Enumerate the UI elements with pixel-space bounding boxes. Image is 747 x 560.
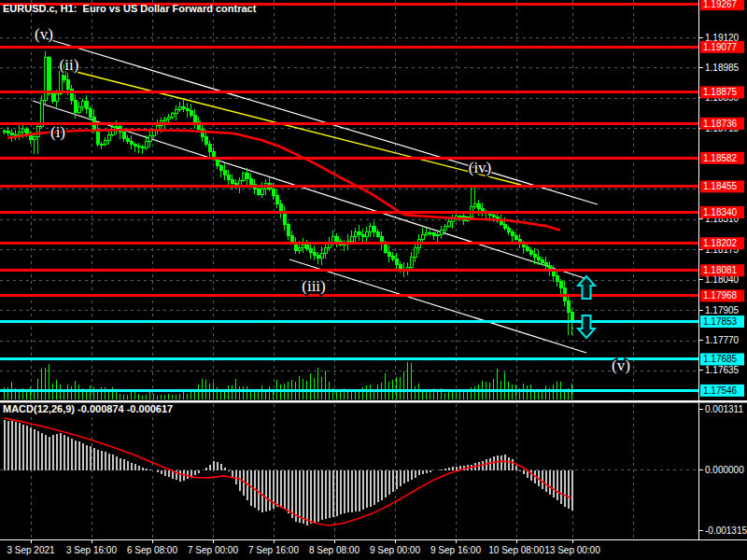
volume-bar — [224, 391, 226, 399]
candle-body — [541, 260, 543, 263]
candle-body — [317, 255, 319, 258]
volume-bar — [310, 373, 312, 399]
volume-bar — [116, 391, 118, 399]
candle-body — [33, 136, 35, 139]
macd-axis-label: 0.000000 — [705, 465, 744, 475]
price-grid-label: 1.17770 — [705, 335, 740, 345]
price-line-label: 1.17685 — [703, 354, 738, 364]
candles-layer — [3, 51, 573, 335]
candle-body — [283, 213, 286, 224]
annotation-arrows — [578, 276, 595, 338]
candle-body — [410, 258, 413, 268]
volume-bar — [444, 393, 446, 399]
volume-bar — [474, 386, 476, 399]
volume-bar — [377, 385, 379, 399]
level-lines-layer — [0, 5, 698, 391]
volume-bar — [385, 373, 387, 399]
volume-bar — [164, 395, 166, 399]
chart-window: EURUSD.c, H1: Euro vs US Dollar Forward … — [0, 0, 747, 560]
candle-body — [272, 189, 275, 196]
candle-body — [171, 114, 174, 117]
candle-body — [421, 234, 424, 239]
volume-bar — [153, 394, 155, 399]
chart-title: EURUSD.c, H1: Euro vs US Dollar Forward … — [3, 3, 256, 14]
macd-histogram — [5, 420, 572, 525]
candle-body — [331, 237, 334, 243]
candle-body — [447, 222, 450, 226]
candle-body — [227, 175, 230, 179]
volume-bar — [366, 385, 368, 399]
candle-body — [432, 233, 435, 236]
trendline-white[interactable] — [42, 37, 598, 204]
candle-body — [358, 231, 360, 234]
candle-body — [425, 232, 428, 234]
volume-bar — [545, 385, 547, 399]
volume-bar — [131, 391, 133, 399]
volume-bar — [120, 394, 121, 399]
candle-body — [55, 93, 58, 101]
wave-label[interactable]: (v) — [612, 357, 630, 374]
candle-body — [305, 245, 308, 248]
candle-body — [514, 235, 517, 239]
volume-bar — [105, 387, 106, 399]
time-label: 10 Sep 08:00 — [488, 545, 544, 555]
candle-body — [74, 101, 77, 113]
candle-body — [492, 216, 495, 217]
price-line-label: 1.18875 — [703, 87, 738, 97]
candle-body — [399, 264, 402, 269]
down-arrow-icon[interactable] — [578, 315, 595, 338]
candle-body — [115, 126, 118, 127]
volume-bar — [71, 386, 73, 399]
candle-body — [361, 234, 364, 237]
candle-body — [186, 108, 189, 110]
price-chart-svg[interactable]: 1.191201.189851.188501.187151.183101.181… — [0, 0, 747, 560]
trendline-white[interactable] — [289, 259, 586, 353]
candle-body — [70, 89, 73, 101]
volume-bar — [269, 386, 271, 399]
candle-body — [145, 142, 148, 147]
volume-bar — [142, 396, 144, 399]
volume-bar — [478, 385, 480, 399]
wave-label[interactable]: (ii) — [60, 56, 79, 74]
volume-bar — [187, 394, 189, 399]
volume-bar — [527, 385, 529, 399]
volume-bar — [530, 385, 532, 399]
wave-label[interactable]: (iii) — [302, 277, 326, 295]
candle-body — [544, 263, 547, 266]
price-grid-label: 1.18985 — [705, 63, 740, 73]
volume-bar — [149, 392, 151, 399]
candle-body — [533, 254, 536, 257]
candle-body — [488, 214, 491, 216]
volume-bar — [41, 369, 43, 399]
candle-body — [388, 252, 390, 256]
price-line-label: 1.18081 — [703, 265, 738, 275]
candle-body — [335, 237, 338, 241]
candle-body — [107, 134, 110, 140]
volume-bar — [90, 385, 92, 399]
volume-bar — [459, 392, 461, 399]
volume-bar — [430, 392, 431, 399]
candle-body — [373, 226, 375, 231]
candle-body — [290, 235, 293, 243]
candle-body — [190, 111, 192, 116]
trendline-yellow[interactable] — [58, 67, 521, 185]
volume-bar — [101, 387, 103, 399]
candle-body — [126, 138, 129, 141]
candle-body — [567, 301, 570, 313]
candle-body — [204, 136, 207, 144]
candle-body — [178, 106, 181, 110]
wave-label[interactable]: (i) — [50, 123, 65, 141]
time-axis: 3 Sep 20213 Sep 16:006 Sep 08:007 Sep 00… — [7, 539, 600, 555]
wave-label[interactable]: (iv) — [469, 159, 492, 176]
candle-body — [85, 101, 88, 109]
volume-bar — [396, 377, 398, 399]
volume-bar — [407, 362, 409, 399]
wave-label[interactable]: (v) — [35, 25, 53, 43]
volume-bar — [314, 378, 316, 399]
volume-bar — [161, 395, 162, 399]
volume-bar — [317, 368, 319, 399]
price-grid-label: 1.17635 — [705, 365, 740, 375]
volume-bar — [254, 392, 256, 399]
volume-bar — [78, 385, 80, 399]
price-line-label: 1.19077 — [703, 42, 738, 52]
